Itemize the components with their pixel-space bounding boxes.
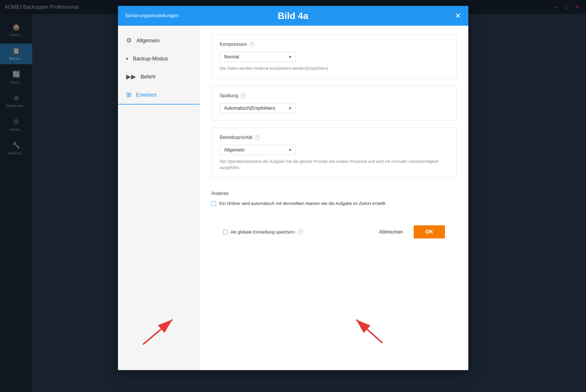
footer-checkbox-row: Als globale Einstellung speichern ? xyxy=(223,229,303,235)
kompression-section: Kompression ? Keine Normal Hoch ▼ Die Da… xyxy=(211,34,457,79)
modal-footer: Als globale Einstellung speichern ? Abbr… xyxy=(211,220,457,244)
kompression-help-icon[interactable]: ? xyxy=(249,42,255,47)
spaltung-text: Spaltung xyxy=(220,93,238,98)
spaltung-select[interactable]: Automatisch(Empfohlen) 500MB 1GB 2GB 4GB xyxy=(220,103,296,113)
kompression-select-wrap: Keine Normal Hoch ▼ xyxy=(220,52,296,62)
nav-label-befehl: Befehl xyxy=(141,74,156,80)
backup-modus-nav-icon: ▪ xyxy=(126,55,128,62)
nav-item-erweitert[interactable]: ⊞ Erweitert xyxy=(118,86,199,104)
modal-header: Sicherungseinstellungen Bild 4a ✕ xyxy=(118,6,468,26)
anderes-section: Anderes Ein Ordner wird automatisch mit … xyxy=(211,185,457,213)
anderes-checkbox-label: Ein Ordner wird automatisch mit demselbe… xyxy=(220,201,387,206)
modal-main: Kompression ? Keine Normal Hoch ▼ Die Da… xyxy=(200,26,468,370)
kompression-label: Kompression ? xyxy=(220,42,448,47)
befehl-nav-icon: ▶▶ xyxy=(126,73,136,81)
betriebsprioritaet-text: Betriebspriorität xyxy=(220,135,253,140)
footer-checkbox-label: Als globale Einstellung speichern xyxy=(231,229,295,234)
kompression-text: Kompression xyxy=(220,42,247,47)
cancel-button[interactable]: Abbrechen xyxy=(373,226,409,238)
kompression-select[interactable]: Keine Normal Hoch xyxy=(220,52,296,62)
betriebsprioritaet-section: Betriebspriorität ? Niedrig Allgemein Ho… xyxy=(211,128,457,178)
erweitert-nav-icon: ⊞ xyxy=(126,91,131,99)
nav-label-allgemein: Allgemein xyxy=(137,38,160,44)
nav-item-befehl[interactable]: ▶▶ Befehl xyxy=(118,68,199,86)
betriebsprioritaet-select-wrap: Niedrig Allgemein Hoch ▼ xyxy=(220,145,296,155)
nav-item-backup-modus[interactable]: ▪ Backup-Modus xyxy=(118,50,199,68)
settings-modal: Sicherungseinstellungen Bild 4a ✕ ⚙ Allg… xyxy=(118,6,468,370)
allgemein-nav-icon: ⚙ xyxy=(126,37,132,44)
footer-help-icon[interactable]: ? xyxy=(298,229,303,235)
modal-overlay: Sicherungseinstellungen Bild 4a ✕ ⚙ Allg… xyxy=(0,0,586,392)
betriebsprioritaet-select[interactable]: Niedrig Allgemein Hoch xyxy=(220,145,296,155)
anderes-title: Anderes xyxy=(211,191,457,196)
spaltung-help-icon[interactable]: ? xyxy=(241,93,246,98)
modal-title: Bild 4a xyxy=(278,11,308,21)
kompression-desc: Die Daten werden moderat komprimiert wer… xyxy=(220,65,448,72)
betriebsprioritaet-label: Betriebspriorität ? xyxy=(220,135,448,140)
footer-checkbox[interactable] xyxy=(223,230,228,234)
nav-label-backup-modus: Backup-Modus xyxy=(133,56,168,62)
nav-item-allgemein[interactable]: ⚙ Allgemein xyxy=(118,32,199,50)
nav-label-erweitert: Erweitert xyxy=(136,92,157,98)
spaltung-label: Spaltung ? xyxy=(220,93,448,98)
anderes-checkbox-row: Ein Ordner wird automatisch mit demselbe… xyxy=(211,201,457,206)
modal-close-button[interactable]: ✕ xyxy=(455,12,461,20)
spaltung-section: Spaltung ? Automatisch(Empfohlen) 500MB … xyxy=(211,86,457,121)
betriebsprioritaet-help-icon[interactable]: ? xyxy=(255,135,260,140)
modal-subtitle: Sicherungseinstellungen xyxy=(125,13,179,19)
ok-button[interactable]: OK xyxy=(414,225,445,238)
anderes-checkbox[interactable] xyxy=(211,201,216,206)
spaltung-select-wrap: Automatisch(Empfohlen) 500MB 1GB 2GB 4GB… xyxy=(220,103,296,113)
betriebsprioritaet-desc: Der Operationsprozess der Aufgabe hat di… xyxy=(220,158,448,171)
modal-body: ⚙ Allgemein ▪ Backup-Modus ▶▶ Befehl ⊞ E… xyxy=(118,26,468,370)
modal-sidebar: ⚙ Allgemein ▪ Backup-Modus ▶▶ Befehl ⊞ E… xyxy=(118,26,200,370)
